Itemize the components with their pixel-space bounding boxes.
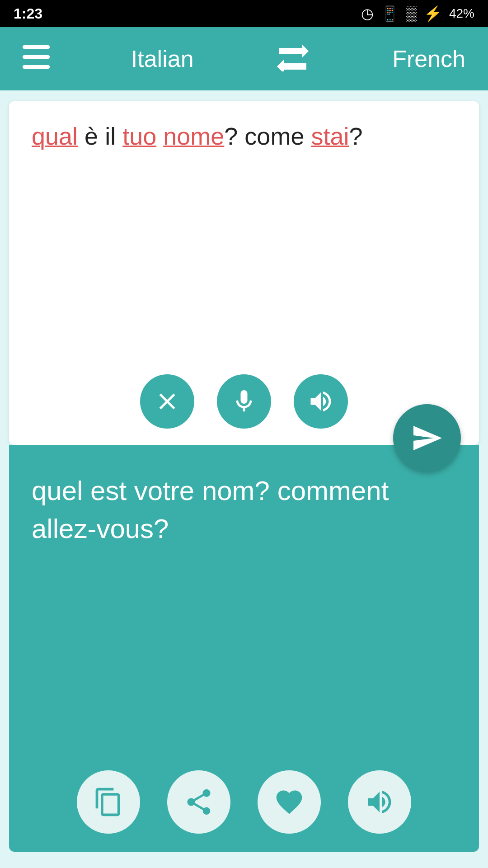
mic-button[interactable] <box>217 374 271 429</box>
panels-wrapper: qual è il tuo nome? come stai? <box>0 101 488 852</box>
input-panel: qual è il tuo nome? come stai? <box>9 101 479 445</box>
signal-icon: ▒ <box>406 5 417 22</box>
speak-output-button[interactable] <box>348 770 411 834</box>
send-button[interactable] <box>393 404 461 472</box>
word-come: ? come <box>224 123 311 150</box>
clear-button[interactable] <box>140 374 194 429</box>
output-actions <box>9 770 479 834</box>
svg-rect-1 <box>23 55 50 59</box>
time-display: 1:23 <box>14 5 42 22</box>
sim-icon: 📱 <box>381 5 399 22</box>
share-button[interactable] <box>167 770 230 834</box>
output-text: quel est votre nom? comment allez-vous? <box>32 472 456 548</box>
status-bar: 1:23 ◷ 📱 ▒ ⚡ 42% <box>0 0 488 27</box>
svg-rect-2 <box>23 65 50 69</box>
word-stai: stai <box>311 123 349 150</box>
input-text[interactable]: qual è il tuo nome? come stai? <box>32 119 456 154</box>
favorite-button[interactable] <box>258 770 321 834</box>
source-language[interactable]: Italian <box>131 45 194 72</box>
copy-button[interactable] <box>77 770 140 834</box>
word-tuo: tuo <box>122 123 156 150</box>
speak-input-button[interactable] <box>294 374 348 429</box>
word-qual: qual <box>32 123 78 150</box>
swap-language-icon[interactable] <box>275 40 311 78</box>
word-e-il: è il <box>78 123 122 150</box>
output-panel: quel est votre nom? comment allez-vous? <box>9 445 479 852</box>
battery-display: 42% <box>449 6 474 21</box>
svg-rect-0 <box>23 45 50 49</box>
word-question: ? <box>349 123 362 150</box>
target-language[interactable]: French <box>392 45 465 72</box>
menu-icon[interactable] <box>23 45 50 72</box>
toolbar: Italian French <box>0 27 488 90</box>
word-space1 <box>156 123 163 150</box>
alarm-icon: ◷ <box>361 5 374 22</box>
charging-icon: ⚡ <box>424 5 442 22</box>
word-nome: nome <box>163 123 224 150</box>
status-icons: ◷ 📱 ▒ ⚡ 42% <box>361 5 474 22</box>
